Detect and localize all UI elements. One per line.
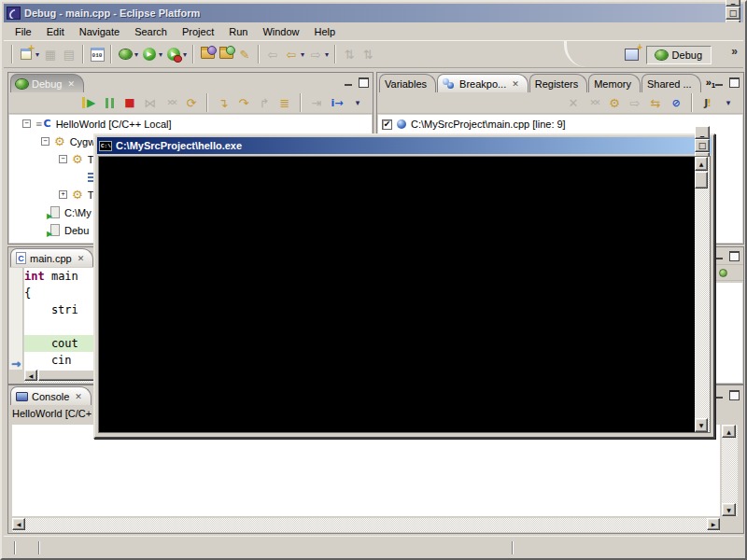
window-titlebar: Debug - main.cpp - Eclipse Platform _□✕ <box>4 4 743 22</box>
close-icon[interactable]: ✕ <box>512 79 519 89</box>
breakpoint-enabled-checkbox[interactable]: ✔ <box>382 119 392 130</box>
skip-all-breakpoints-icon[interactable]: ⊘ <box>667 93 685 112</box>
tab-variables-label: Variables <box>385 78 427 90</box>
debug-tool-icon[interactable] <box>116 43 134 65</box>
menu-search[interactable]: Search <box>127 24 175 39</box>
minimize-view-button[interactable] <box>342 77 355 88</box>
menu-run[interactable]: Run <box>221 24 255 39</box>
resume-icon[interactable]: ▶ <box>79 93 98 112</box>
step-filters-icon[interactable]: ≣ <box>275 93 294 112</box>
close-icon[interactable]: ✕ <box>67 79 75 89</box>
close-icon[interactable]: ✕ <box>75 392 82 401</box>
pause-icon[interactable] <box>100 93 119 112</box>
toolbar-separator <box>192 45 194 63</box>
run-tool-icon-dropdown[interactable]: ▾ <box>159 50 162 59</box>
thread-icon: ⚙ <box>72 153 83 165</box>
scroll-down-icon[interactable]: ▼ <box>695 418 708 432</box>
maximize-view-button[interactable] <box>357 77 370 88</box>
step-over-icon[interactable]: ↷ <box>234 93 253 112</box>
expand-icon[interactable]: + <box>59 190 67 199</box>
collapse-icon[interactable]: − <box>22 119 31 128</box>
console-vscrollbar[interactable]: ▲ ▼ <box>722 425 738 516</box>
tree-row[interactable]: −CHelloWorld [C/C++ Local] <box>9 115 372 133</box>
new-wizard-icon-dropdown[interactable]: ▾ <box>35 50 39 59</box>
tab-shared-libraries[interactable]: Shared ... <box>641 74 701 92</box>
relaunch-icon[interactable]: ⟳ <box>182 93 201 112</box>
scroll-right-icon[interactable]: ▶ <box>707 518 720 530</box>
console-hscrollbar[interactable]: ◀ ▶ <box>12 518 720 532</box>
step-filters-icon: ≣ <box>280 97 290 109</box>
tree-row-label: Debu <box>64 225 89 236</box>
cmd-output-area[interactable]: ▲ ▼ <box>98 156 711 433</box>
scroll-down-icon[interactable]: ▼ <box>722 503 736 516</box>
menu-window[interactable]: Window <box>255 24 306 39</box>
binary-file-icon[interactable]: 010 <box>88 43 106 65</box>
maximize-button[interactable]: □ <box>695 139 710 152</box>
tab-console[interactable]: Console ✕ <box>10 386 92 405</box>
back-icon-dropdown[interactable]: ▾ <box>301 50 304 59</box>
step-into-icon[interactable]: ↴ <box>214 93 233 112</box>
scroll-left-icon[interactable]: ◀ <box>24 370 37 381</box>
collapse-icon[interactable]: − <box>59 155 67 163</box>
step-over-icon: ↷ <box>239 97 249 109</box>
code-text: cout <box>24 337 78 350</box>
editor-annotation-ruler[interactable]: → <box>9 268 23 370</box>
menu-navigate[interactable]: Navigate <box>72 24 127 39</box>
new-wizard-icon[interactable] <box>17 43 35 65</box>
maximize-view-button[interactable] <box>727 250 740 261</box>
menu-edit[interactable]: Edit <box>39 24 72 39</box>
back-icon[interactable]: ⇦ <box>282 43 301 65</box>
forward-icon: ⇨ <box>311 49 321 61</box>
search-icon[interactable]: ✎ <box>235 43 254 65</box>
show-breakpoints-for-selected-icon[interactable]: ⚙ <box>605 93 624 112</box>
toolbar-overflow-chevron[interactable]: » <box>731 45 738 58</box>
external-tools-icon: ▶ <box>167 48 180 61</box>
maximize-view-button[interactable] <box>727 389 740 400</box>
collapse-icon[interactable]: − <box>41 137 49 146</box>
menu-project[interactable]: Project <box>175 24 221 39</box>
tab-main-cpp[interactable]: C main.cpp ✕ <box>10 248 93 267</box>
code-text: { <box>24 287 31 300</box>
instruction-step-icon[interactable]: i→ <box>328 93 346 112</box>
cmd-titlebar[interactable]: C:\ C:\MySrcProject\hello.exe _□✕ <box>97 137 712 154</box>
tab-debug[interactable]: Debug ✕ <box>10 74 84 92</box>
open-type-icon[interactable] <box>198 43 217 65</box>
scroll-thumb[interactable] <box>695 172 708 189</box>
maximize-button[interactable]: □ <box>726 7 740 20</box>
open-resource-icon[interactable] <box>217 43 235 65</box>
scroll-thumb[interactable] <box>38 370 102 381</box>
external-tools-icon-dropdown[interactable]: ▾ <box>183 50 187 59</box>
minimize-button[interactable]: _ <box>695 126 710 139</box>
maximize-view-button[interactable] <box>727 77 740 88</box>
remove-breakpoint-icon: ✕ <box>569 97 579 109</box>
external-tools-icon[interactable]: ▶ <box>164 43 183 65</box>
view-menu-icon[interactable]: ▾ <box>719 93 738 112</box>
scroll-up-icon[interactable]: ▲ <box>695 157 708 171</box>
perspective-debug-button[interactable]: Debug <box>646 46 712 64</box>
scroll-up-icon[interactable]: ▲ <box>722 425 736 438</box>
debug-tool-icon-dropdown[interactable]: ▾ <box>134 50 138 59</box>
open-perspective-button[interactable] <box>623 44 641 66</box>
suspend-on-exception-icon[interactable]: J! <box>698 93 717 112</box>
cmd-icon: C:\ <box>99 141 112 151</box>
cmd-vscrollbar[interactable]: ▲ ▼ <box>695 157 710 432</box>
tab-variables[interactable]: Variables <box>379 74 436 92</box>
close-icon[interactable]: ✕ <box>78 254 85 263</box>
view-menu-icon[interactable]: ▾ <box>348 93 367 112</box>
menu-help[interactable]: Help <box>307 24 344 39</box>
go-to-file-icon: ⇨ <box>630 97 641 109</box>
tab-registers[interactable]: Registers <box>529 74 587 92</box>
debug-view-tabrow: Debug ✕ <box>8 73 373 92</box>
tab-breakpoints[interactable]: Breakpo...✕ <box>437 74 529 92</box>
menu-file[interactable]: File <box>7 24 39 39</box>
forward-icon-dropdown[interactable]: ▾ <box>325 50 329 59</box>
stop-icon[interactable]: ■ <box>120 93 139 112</box>
tab-memory[interactable]: Memory <box>588 74 641 92</box>
cmd-window[interactable]: C:\ C:\MySrcProject\hello.exe _□✕ ▲ ▼ <box>93 133 715 439</box>
link-with-debug-icon[interactable]: ⇆ <box>646 93 665 112</box>
scroll-left-icon[interactable]: ◀ <box>12 518 25 530</box>
run-tool-icon[interactable]: ▶ <box>140 43 159 65</box>
minimize-button[interactable]: _ <box>726 0 740 7</box>
breakpoint-row[interactable]: ✔ C:\MySrcProject\main.cpp [line: 9] <box>378 115 742 133</box>
minimize-view-button[interactable] <box>712 77 726 88</box>
